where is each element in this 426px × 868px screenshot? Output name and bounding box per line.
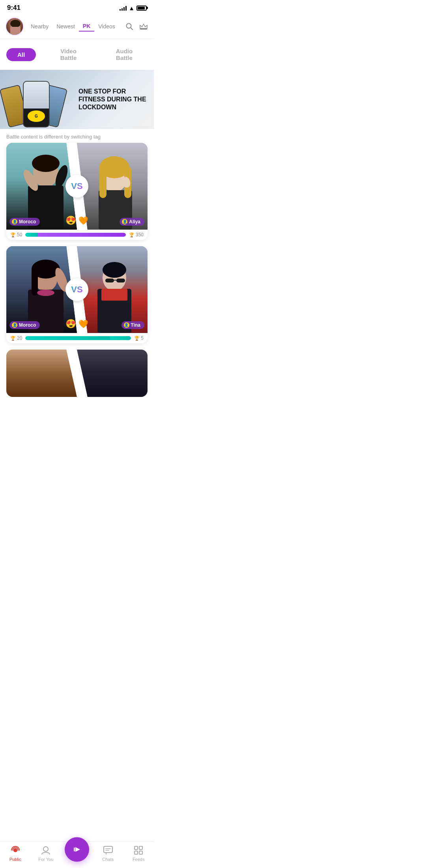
svg-rect-31: [114, 280, 117, 281]
battery-icon: [136, 6, 147, 11]
score-left-label-1: 🏆 50: [8, 232, 24, 238]
svg-rect-29: [105, 279, 114, 282]
vs-text-2: VS: [71, 284, 82, 295]
score-left-label-2: 🏆 20: [8, 335, 24, 341]
score-bar-2: 🏆 20 🏆 5: [6, 333, 148, 343]
user-avatar-dot: 👤: [12, 219, 17, 224]
score-bar-right-fill: [37, 233, 126, 237]
score-bar-left-fill: [25, 233, 37, 237]
svg-rect-30: [116, 279, 125, 282]
signal-icon: [120, 5, 127, 11]
battle-card-3-partial[interactable]: [6, 350, 148, 397]
partial-right: [77, 350, 148, 397]
trophy-right-icon: 🏆: [129, 232, 135, 238]
user-avatar-dot: 👤: [122, 219, 127, 224]
wifi-icon: ▲: [129, 5, 135, 11]
promo-banner[interactable]: G ONE STOP FOR FITNESS DURING THE LOCKDO…: [0, 70, 154, 129]
user-avatar-dot: 👤: [12, 322, 17, 328]
svg-line-4: [131, 28, 133, 30]
partial-left: [6, 350, 77, 397]
tab-nearby[interactable]: Nearby: [27, 22, 52, 31]
section-subtitle: Battle content is different by switching…: [0, 129, 154, 143]
battle-card[interactable]: 👤 Moroco VS 😍 🧡: [6, 143, 148, 240]
svg-rect-5: [140, 28, 147, 30]
score-right-label-2: 🏆 5: [132, 335, 146, 341]
svg-point-32: [103, 262, 126, 278]
score-bar-track-1: [25, 233, 126, 237]
filter-section: All Video Battle Audio Battle: [0, 39, 154, 70]
status-bar: 9:41 ▲: [0, 0, 154, 14]
svg-point-9: [32, 155, 60, 172]
banner-phones: G: [0, 70, 77, 129]
svg-rect-16: [99, 166, 106, 198]
trophy-left-icon: 🏆: [10, 232, 16, 238]
nav-icons: [125, 22, 148, 31]
svg-rect-2: [10, 27, 21, 36]
battle-images-2: 👤 Moroco VS 😍 🧡: [6, 246, 148, 333]
vs-badge-2: VS: [65, 278, 88, 301]
score-bar-track-2: [25, 336, 131, 340]
score-bar-left-fill-2: [25, 336, 110, 340]
battle-images: 👤 Moroco VS 😍 🧡: [6, 143, 148, 230]
scroll-content: All Video Battle Audio Battle G: [0, 39, 154, 432]
svg-rect-33: [101, 289, 127, 301]
nav-tabs: Nearby Newest PK Videos: [27, 21, 121, 32]
svg-point-1: [10, 20, 21, 28]
vs-text: VS: [71, 181, 82, 191]
banner-text: ONE STOP FOR FITNESS DURING THE LOCKDOWN: [77, 88, 154, 111]
search-icon[interactable]: [125, 22, 134, 31]
tab-pk[interactable]: PK: [79, 21, 94, 32]
score-right-label-1: 🏆 350: [127, 232, 146, 238]
tab-videos[interactable]: Videos: [94, 22, 119, 31]
battle-card-2[interactable]: 👤 Moroco VS 😍 🧡: [6, 246, 148, 343]
filter-audio-battle-btn[interactable]: Audio Battle: [101, 45, 148, 64]
user-badge-right-1: 👤 Aliya: [120, 218, 144, 226]
score-bar-1: 🏆 50 🏆 350: [6, 230, 148, 240]
user-badge-left-1: 👤 Moroco: [9, 218, 40, 226]
score-bar-right-fill-2: [110, 336, 131, 340]
user-badge-left-2: 👤 Moroco: [9, 321, 40, 329]
trophy-left-icon-2: 🏆: [10, 336, 16, 341]
avatar[interactable]: [6, 17, 24, 36]
tab-newest[interactable]: Newest: [52, 22, 79, 31]
status-time: 9:41: [7, 4, 21, 12]
crown-icon[interactable]: [139, 22, 148, 31]
filter-video-battle-btn[interactable]: Video Battle: [45, 45, 92, 64]
status-icons: ▲: [120, 5, 147, 11]
user-badge-right-2: 👤 Tina: [121, 321, 144, 329]
trophy-right-icon-2: 🏆: [134, 336, 140, 341]
vs-badge: VS: [65, 175, 88, 198]
reaction-center: 😍 🧡: [65, 215, 88, 226]
header-nav: Nearby Newest PK Videos: [0, 14, 154, 39]
reaction-center-2: 😍 🧡: [65, 319, 88, 329]
partial-battle-images: [6, 350, 148, 397]
user-avatar-dot: 👤: [124, 322, 129, 328]
filter-all-btn[interactable]: All: [6, 48, 36, 61]
svg-point-25: [37, 290, 54, 296]
svg-rect-23: [32, 268, 38, 296]
